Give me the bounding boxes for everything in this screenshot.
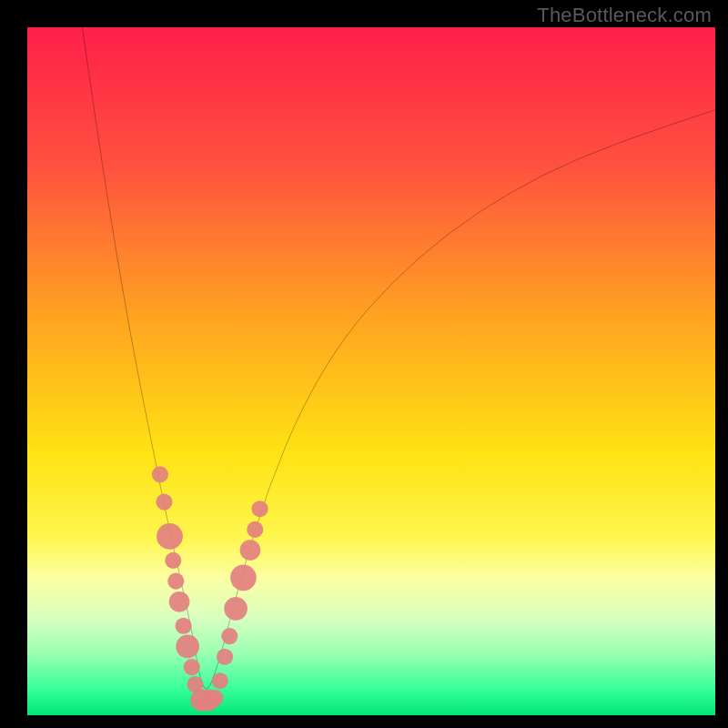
data-marker — [157, 523, 183, 550]
data-marker — [217, 649, 233, 665]
marker-group — [152, 466, 268, 711]
data-marker — [176, 635, 199, 659]
data-marker — [230, 564, 257, 591]
data-marker — [169, 592, 190, 612]
data-marker — [152, 466, 168, 482]
chart-container: TheBottleneck.com — [0, 0, 728, 728]
plot-area — [27, 27, 715, 715]
data-marker — [212, 672, 228, 689]
data-marker — [207, 690, 223, 706]
data-marker — [240, 540, 261, 561]
watermark-text: TheBottleneck.com — [537, 4, 712, 27]
data-marker — [156, 494, 172, 511]
data-marker — [224, 597, 248, 621]
curve-layer — [27, 27, 715, 715]
data-marker — [167, 573, 184, 590]
bottleneck-curve — [82, 27, 715, 689]
data-marker — [176, 618, 192, 634]
data-marker — [165, 552, 181, 569]
data-marker — [221, 628, 238, 644]
data-marker — [247, 521, 263, 538]
data-marker — [184, 659, 200, 675]
data-marker — [251, 500, 268, 517]
